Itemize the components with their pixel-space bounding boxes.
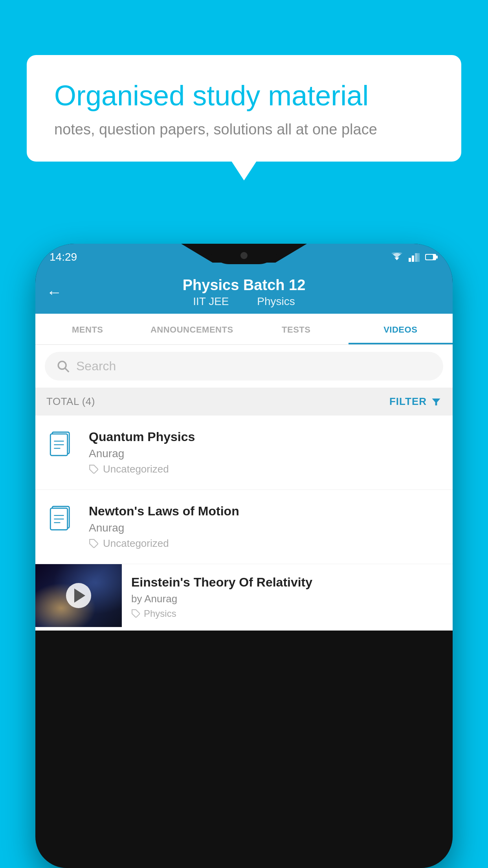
speech-bubble-container: Organised study material notes, question… <box>27 55 461 162</box>
header-title: Physics Batch 12 <box>183 277 306 294</box>
file-icon <box>46 431 78 464</box>
video-info: Newton's Laws of Motion Anurag Uncategor… <box>89 504 442 550</box>
content-area: Quantum Physics Anurag Uncategorized <box>35 416 453 631</box>
filter-icon <box>431 396 442 407</box>
file-icon <box>46 506 78 539</box>
tab-videos[interactable]: VIDEOS <box>349 314 453 344</box>
header-subtitle: IIT JEE Physics <box>187 295 301 308</box>
video-tag: Uncategorized <box>89 463 442 475</box>
video-thumbnail <box>35 564 122 627</box>
app-header: ← Physics Batch 12 IIT JEE Physics <box>35 270 453 314</box>
svg-rect-1 <box>409 258 411 262</box>
video-info: Einstein's Theory Of Relativity by Anura… <box>122 564 453 630</box>
status-icons <box>391 252 438 262</box>
video-title: Quantum Physics <box>89 430 442 444</box>
battery-icon <box>425 253 438 261</box>
tab-ments[interactable]: MENTS <box>35 314 140 344</box>
video-author: by Anurag <box>131 593 443 605</box>
play-triangle-icon <box>74 588 85 603</box>
video-tag: Uncategorized <box>89 537 442 550</box>
search-bar[interactable]: Search <box>45 352 443 381</box>
list-item[interactable]: Newton's Laws of Motion Anurag Uncategor… <box>35 490 453 564</box>
svg-rect-2 <box>412 256 414 262</box>
svg-marker-10 <box>432 398 440 405</box>
tag-icon <box>131 609 141 618</box>
search-bar-container: Search <box>35 345 453 388</box>
svg-line-9 <box>65 368 69 372</box>
filter-bar: TOTAL (4) FILTER <box>35 388 453 416</box>
phone-inner: 14:29 <box>35 244 453 868</box>
video-title: Newton's Laws of Motion <box>89 504 442 519</box>
filter-button[interactable]: FILTER <box>389 395 442 408</box>
play-button[interactable] <box>66 583 91 608</box>
search-placeholder: Search <box>76 359 116 373</box>
video-author: Anurag <box>89 447 442 460</box>
phone-frame: 14:29 <box>35 244 453 868</box>
back-button[interactable]: ← <box>46 283 62 301</box>
search-icon <box>57 360 70 373</box>
tab-tests[interactable]: TESTS <box>244 314 349 344</box>
status-time: 14:29 <box>50 251 77 263</box>
speech-bubble: Organised study material notes, question… <box>27 55 461 162</box>
thumbnail-overlay <box>35 564 122 627</box>
total-label: TOTAL (4) <box>46 395 95 408</box>
camera <box>240 252 248 259</box>
svg-rect-7 <box>426 255 433 259</box>
svg-rect-3 <box>415 253 417 262</box>
video-title: Einstein's Theory Of Relativity <box>131 575 443 590</box>
tag-icon <box>89 539 99 549</box>
bubble-subtitle: notes, question papers, solutions all at… <box>54 121 434 138</box>
notch <box>209 244 279 264</box>
signal-icon <box>409 252 420 262</box>
status-bar: 14:29 <box>35 244 453 270</box>
video-tag: Physics <box>131 608 443 619</box>
svg-point-8 <box>58 361 66 369</box>
video-info: Quantum Physics Anurag Uncategorized <box>89 430 442 475</box>
tag-icon <box>89 464 99 474</box>
tab-bar: MENTS ANNOUNCEMENTS TESTS VIDEOS <box>35 314 453 345</box>
video-author: Anurag <box>89 522 442 534</box>
svg-marker-0 <box>394 257 399 260</box>
bubble-title: Organised study material <box>54 79 434 112</box>
svg-rect-4 <box>417 253 420 262</box>
svg-rect-6 <box>436 256 438 259</box>
tab-announcements[interactable]: ANNOUNCEMENTS <box>140 314 244 344</box>
header-subtitle-part1: IIT JEE <box>193 295 229 307</box>
wifi-icon <box>391 252 403 262</box>
list-item[interactable]: Quantum Physics Anurag Uncategorized <box>35 416 453 490</box>
header-subtitle-part2: Physics <box>257 295 295 307</box>
list-item[interactable]: Einstein's Theory Of Relativity by Anura… <box>35 564 453 631</box>
